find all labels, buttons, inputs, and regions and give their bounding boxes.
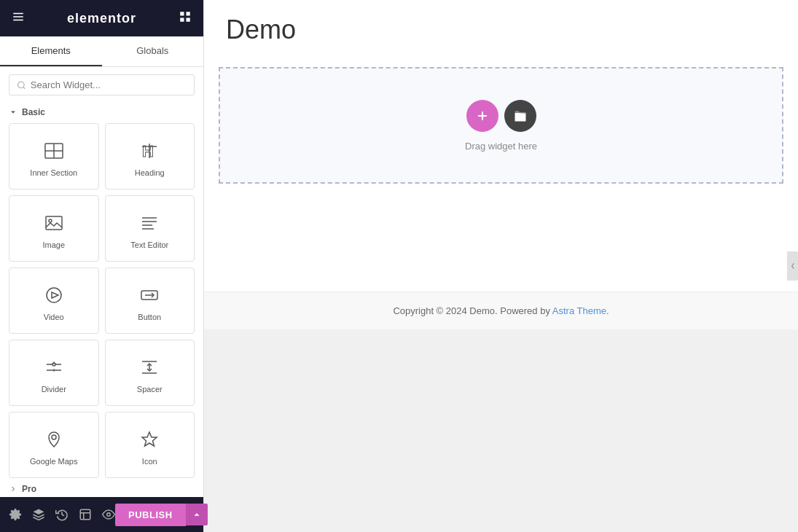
spacer-icon [138, 356, 161, 379]
widget-heading-label: Heading [135, 168, 165, 177]
widget-image-label: Image [42, 240, 65, 249]
app-logo: elementor [67, 11, 136, 26]
widget-image[interactable]: Image [9, 195, 99, 262]
widget-divider-label: Divider [42, 385, 66, 394]
history-icon[interactable] [55, 508, 69, 521]
tab-elements[interactable]: Elements [0, 36, 102, 66]
search-icon [17, 80, 26, 90]
canvas-area: Demo Drag [204, 0, 798, 532]
widget-video-label: Video [44, 313, 64, 321]
svg-rect-4 [187, 12, 190, 15]
hamburger-icon[interactable] [12, 10, 25, 26]
svg-rect-37 [80, 509, 90, 520]
video-icon [42, 283, 66, 307]
google-maps-icon [42, 428, 66, 451]
svg-rect-15 [46, 216, 62, 230]
svg-text:H: H [142, 142, 154, 160]
widget-heading[interactable]: H Heading [105, 123, 195, 189]
footer-link[interactable]: Astra Theme [552, 305, 606, 316]
widget-video[interactable]: Video [9, 267, 99, 334]
icon-widget-icon [138, 428, 161, 451]
collapse-sidebar-handle[interactable] [787, 251, 798, 281]
widget-spacer[interactable]: Spacer [105, 340, 195, 406]
svg-rect-2 [13, 20, 23, 21]
pro-section-label: Pro [0, 478, 203, 497]
svg-rect-1 [13, 16, 23, 17]
sidebar-header: elementor [0, 0, 203, 36]
settings-icon[interactable] [9, 508, 22, 521]
svg-rect-3 [180, 12, 184, 15]
page-footer: Copyright © 2024 Demo. Powered by Astra … [204, 292, 798, 329]
widget-divider[interactable]: Divider [9, 340, 99, 406]
drop-label: Drag widget here [465, 141, 537, 152]
footer-icons [9, 508, 115, 521]
drop-zone[interactable]: Drag widget here [219, 67, 783, 184]
template-icon[interactable] [79, 508, 92, 521]
button-icon [138, 283, 161, 307]
page-content: Demo Drag [204, 0, 798, 292]
svg-rect-6 [187, 18, 190, 22]
publish-button[interactable]: PUBLISH [115, 504, 186, 526]
preview-icon[interactable] [102, 508, 115, 521]
svg-marker-35 [142, 432, 157, 446]
heading-icon: H [138, 139, 161, 163]
sidebar-footer: PUBLISH [0, 497, 203, 532]
widget-icon-label: Icon [142, 457, 157, 466]
widget-text-editor[interactable]: Text Editor [105, 195, 195, 262]
sidebar: elementor Elements Globals Basic [0, 0, 204, 532]
drop-buttons [466, 100, 536, 132]
svg-point-7 [18, 82, 25, 88]
widget-button-label: Button [138, 313, 161, 321]
basic-section-label: Basic [0, 103, 203, 123]
below-footer [204, 329, 798, 475]
chevron-right-icon [9, 485, 17, 493]
search-input[interactable] [31, 79, 187, 90]
image-icon [42, 211, 66, 235]
template-library-button[interactable] [504, 100, 536, 132]
widget-inner-section[interactable]: Inner Section [9, 123, 99, 189]
widget-spacer-label: Spacer [137, 385, 163, 394]
svg-point-34 [52, 435, 56, 439]
widget-icon[interactable]: Icon [105, 412, 195, 478]
footer-suffix: . [606, 305, 609, 316]
widget-text-editor-label: Text Editor [130, 240, 168, 249]
widgets-grid: Inner Section H Heading Ima [0, 123, 203, 478]
footer-text: Copyright © 2024 Demo. Powered by [393, 305, 552, 316]
widget-google-maps-label: Google Maps [30, 457, 77, 466]
widget-button[interactable]: Button [105, 267, 195, 334]
search-container [0, 67, 203, 103]
widget-google-maps[interactable]: Google Maps [9, 412, 99, 478]
svg-point-40 [107, 513, 111, 517]
svg-marker-36 [34, 509, 44, 515]
svg-line-8 [23, 87, 25, 88]
page-title: Demo [204, 0, 798, 52]
tab-globals[interactable]: Globals [102, 36, 204, 66]
chevron-down-icon [9, 108, 17, 117]
svg-rect-43 [515, 112, 525, 121]
sidebar-tabs: Elements Globals [0, 36, 203, 67]
layers-icon[interactable] [32, 508, 45, 521]
publish-chevron-button[interactable] [186, 504, 208, 525]
main-content: Demo Drag [204, 0, 798, 532]
divider-icon [42, 356, 66, 379]
svg-rect-0 [13, 13, 23, 15]
svg-point-16 [49, 219, 52, 222]
add-widget-button[interactable] [466, 100, 498, 132]
widget-inner-section-label: Inner Section [30, 168, 77, 177]
inner-section-icon [42, 139, 66, 163]
svg-rect-5 [180, 18, 184, 22]
grid-icon[interactable] [179, 10, 192, 26]
search-box [9, 74, 195, 95]
text-editor-icon [138, 211, 161, 235]
publish-btn-container: PUBLISH [115, 504, 208, 526]
svg-marker-22 [52, 292, 58, 298]
